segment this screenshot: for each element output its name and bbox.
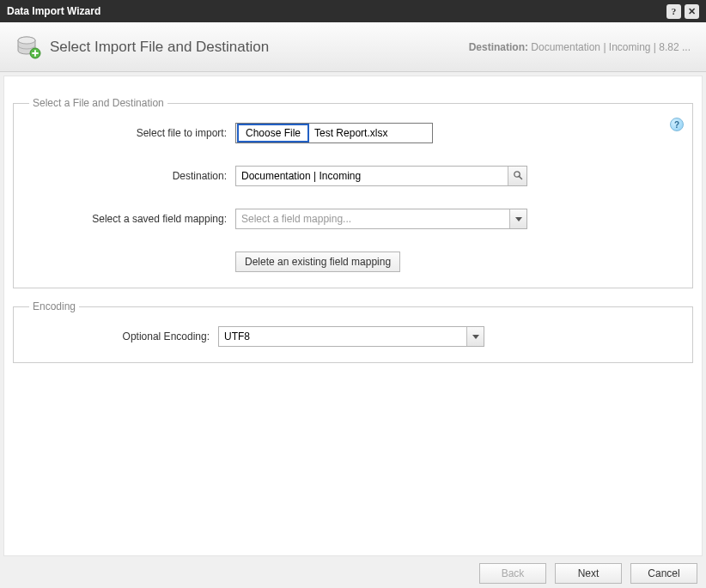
help-button[interactable]: ? <box>666 4 681 19</box>
chevron-down-icon <box>515 217 522 221</box>
next-button[interactable]: Next <box>555 563 622 584</box>
chevron-down-icon <box>472 335 479 339</box>
field-mapping-dropdown-button[interactable] <box>509 209 526 228</box>
encoding-label: Optional Encoding: <box>26 330 218 342</box>
search-icon <box>513 170 523 183</box>
database-import-icon <box>15 34 41 60</box>
destination-search-button[interactable] <box>508 167 526 185</box>
wizard-banner: Select Import File and Destination Desti… <box>0 22 706 72</box>
field-mapping-placeholder: Select a field mapping... <box>236 209 509 228</box>
back-button: Back <box>479 563 546 584</box>
page-title: Select Import File and Destination <box>50 39 469 56</box>
cancel-button[interactable]: Cancel <box>630 563 697 584</box>
encoding-select[interactable]: UTF8 <box>218 326 484 347</box>
encoding-legend: Encoding <box>29 300 79 312</box>
encoding-value: UTF8 <box>219 327 466 346</box>
close-button[interactable]: ✕ <box>685 4 699 19</box>
file-chooser[interactable]: Choose File Test Report.xlsx <box>235 123 433 143</box>
wizard-content: Select a File and Destination ? Select f… <box>3 76 703 556</box>
file-import-label: Select file to import: <box>26 127 235 139</box>
wizard-footer: Back Next Cancel <box>0 559 706 588</box>
destination-input[interactable] <box>236 167 508 185</box>
destination-lookup[interactable] <box>235 166 527 186</box>
file-destination-legend: Select a File and Destination <box>29 97 167 109</box>
destination-summary: Destination: Documentation | Incoming | … <box>469 41 691 53</box>
destination-summary-value: Documentation | Incoming | 8.82 ... <box>531 41 691 53</box>
section-help-icon[interactable]: ? <box>670 118 684 131</box>
field-mapping-label: Select a saved field mapping: <box>26 213 235 225</box>
destination-label: Destination: <box>26 170 235 182</box>
window-title: Data Import Wizard <box>7 5 666 17</box>
file-destination-section: Select a File and Destination ? Select f… <box>13 97 693 288</box>
delete-mapping-button[interactable]: Delete an existing field mapping <box>235 252 400 272</box>
svg-line-4 <box>519 176 521 179</box>
field-mapping-select[interactable]: Select a field mapping... <box>235 209 527 229</box>
encoding-dropdown-button[interactable] <box>466 327 484 346</box>
title-bar: Data Import Wizard ? ✕ <box>0 0 706 22</box>
destination-summary-label: Destination: <box>469 41 528 53</box>
svg-point-1 <box>18 37 35 44</box>
choose-file-button[interactable]: Choose File <box>237 124 309 142</box>
encoding-section: Encoding Optional Encoding: UTF8 <box>13 300 693 363</box>
chosen-file-name: Test Report.xlsx <box>309 127 387 139</box>
